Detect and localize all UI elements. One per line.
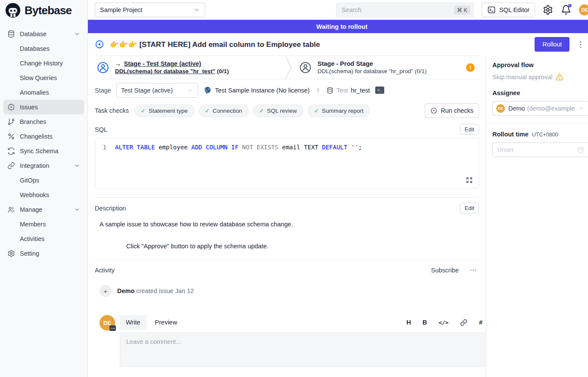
- sidebar-item-label: Webhooks: [20, 192, 49, 198]
- task-checks-row: Task checks ✓ Statement type ✓ Connectio…: [95, 103, 479, 118]
- check-pill-sql-review[interactable]: ✓ SQL review: [253, 105, 303, 117]
- sidebar-item-sync-schema[interactable]: Sync Schema: [3, 144, 84, 158]
- sidebar-item-members[interactable]: Members: [3, 217, 84, 232]
- stage-card-test[interactable]: →Stage - Test Stage (active) DDL(schema)…: [95, 56, 285, 79]
- sql-editor-button[interactable]: SQL Editor: [482, 3, 535, 17]
- assignee-email: (demo@example: [527, 105, 575, 112]
- sql-editor[interactable]: 1ALTER TABLE employee ADD COLUMN IF NOT …: [95, 138, 479, 188]
- rollout-time-label: Rollout time: [492, 131, 529, 138]
- stage-task-link[interactable]: DDL(schema) for database "hr_test": [115, 68, 215, 74]
- sidebar-item-branches[interactable]: Branches: [3, 114, 84, 129]
- search-box[interactable]: ⌘ K: [336, 3, 474, 17]
- check-pill-label: SQL review: [267, 108, 297, 114]
- database-breadcrumb[interactable]: Test hr_test: [327, 87, 370, 94]
- run-checks-button[interactable]: Run checks: [425, 103, 479, 118]
- sql-edit-button[interactable]: Edit: [460, 124, 479, 135]
- sidebar-item-setting[interactable]: Setting: [3, 246, 84, 261]
- sidebar-item-webhooks[interactable]: Webhooks: [3, 188, 84, 202]
- pipeline: →Stage - Test Stage (active) DDL(schema)…: [95, 56, 479, 79]
- divider: [486, 124, 588, 124]
- more-options-icon[interactable]: ···: [470, 267, 477, 274]
- stage-label: Stage: [95, 87, 111, 94]
- link-button[interactable]: [460, 319, 467, 326]
- sidebar-item-label: Anomalies: [20, 89, 49, 96]
- check-pill-label: Connection: [213, 108, 242, 114]
- chevron-down-icon: [193, 6, 200, 13]
- stage-dropdown[interactable]: Test Stage (active): [116, 83, 198, 98]
- check-pill-statement-type[interactable]: ✓ Statement type: [134, 105, 194, 117]
- gear-icon: [7, 250, 15, 257]
- rollout-time-picker[interactable]: Unset: [492, 142, 588, 157]
- sidebar-item-integration[interactable]: Integration: [3, 158, 84, 173]
- sidebar-item-label: Slow Queries: [20, 74, 57, 81]
- comment-input[interactable]: [120, 333, 485, 367]
- sidebar-item-label: Change History: [20, 60, 63, 67]
- comment-avatar: DE: [100, 315, 116, 331]
- active-stage-arrow: →: [115, 60, 121, 67]
- sidebar-item-change-history[interactable]: Change History: [3, 56, 84, 71]
- issue-status-icon: [95, 40, 104, 49]
- sidebar-item-label: Issues: [20, 104, 38, 111]
- run-checks-label: Run checks: [441, 107, 473, 114]
- sidebar-item-database[interactable]: Database: [3, 27, 84, 41]
- stage-title-link[interactable]: Stage - Test Stage (active): [124, 60, 201, 67]
- fullscreen-expand-icon[interactable]: [466, 177, 473, 183]
- project-selector[interactable]: Sample Project: [95, 3, 205, 17]
- git-branch-icon: [7, 118, 15, 126]
- sidebar-item-databases[interactable]: Databases: [3, 41, 84, 56]
- sidebar-item-label: Setting: [20, 250, 39, 257]
- sidebar-item-anomalies[interactable]: Anomalies: [3, 85, 84, 100]
- user-avatar[interactable]: DE: [579, 4, 588, 15]
- stage-card-prod[interactable]: Stage - Prod Stage DDL(schema) for datab…: [293, 56, 479, 79]
- person-circle-icon: [96, 61, 109, 74]
- check-pass-icon: ✓: [259, 108, 264, 114]
- open-in-sql-editor-icon[interactable]: >_: [375, 87, 384, 94]
- description-edit-button[interactable]: Edit: [460, 203, 479, 213]
- bold-button[interactable]: B: [423, 319, 427, 326]
- instance-breadcrumb[interactable]: Test Sample Instance (No license): [203, 86, 310, 95]
- line-number: 1: [95, 143, 115, 151]
- timezone-label: UTC+0800: [532, 132, 558, 138]
- brand-name: Bytebase: [25, 4, 72, 17]
- check-pill-summary-report[interactable]: ✓ Summary report: [308, 105, 370, 117]
- assignee-avatar: DE: [496, 104, 505, 113]
- sql-code-line: 1ALTER TABLE employee ADD COLUMN IF NOT …: [95, 143, 479, 151]
- heading-button[interactable]: H: [406, 319, 411, 326]
- chevron-right-icon: [315, 87, 321, 93]
- search-shortcut-badge: ⌘ K: [454, 6, 470, 15]
- notifications-button[interactable]: [561, 5, 571, 15]
- event-action: created issue: [136, 287, 173, 294]
- hash-button[interactable]: #: [479, 319, 482, 326]
- chevron-down-icon: [74, 207, 80, 213]
- check-pill-label: Statement type: [149, 108, 188, 114]
- brand-logo[interactable]: Bytebase: [0, 0, 87, 21]
- check-pass-icon: ✓: [205, 108, 210, 114]
- assignee-selector[interactable]: DE Demo (demo@example: [492, 101, 588, 116]
- warning-triangle-icon: [556, 73, 563, 81]
- sidebar-item-activities[interactable]: Activities: [3, 232, 84, 246]
- bytebase-logo-icon: [5, 3, 21, 18]
- sidebar-item-issues[interactable]: Issues: [3, 100, 84, 114]
- tab-write[interactable]: Write: [120, 315, 146, 330]
- sidebar-item-slow-queries[interactable]: Slow Queries: [3, 71, 84, 85]
- rollout-button[interactable]: Rollout: [535, 37, 569, 52]
- sidebar-item-changelists[interactable]: Changelists: [3, 129, 84, 144]
- sidebar-item-gitops[interactable]: GitOps: [3, 173, 84, 188]
- code-button[interactable]: </>: [439, 319, 448, 326]
- chevron-down-icon: [74, 31, 80, 37]
- kebab-menu-icon[interactable]: ⋮: [575, 40, 586, 49]
- sidebar-item-label: Members: [20, 221, 46, 228]
- search-input[interactable]: [342, 6, 451, 13]
- assignee-label: Assignee: [492, 90, 588, 96]
- sidebar-item-manage[interactable]: Manage: [3, 202, 84, 217]
- sidebar: Bytebase Database Databases Change Histo…: [0, 0, 88, 377]
- topbar: Sample Project ⌘ K SQL Editor DE: [88, 0, 588, 20]
- activity-label: Activity: [95, 267, 115, 274]
- tab-preview[interactable]: Preview: [149, 315, 184, 330]
- task-checks-label: Task checks: [95, 107, 129, 114]
- subscribe-button[interactable]: Subscribe: [431, 267, 459, 274]
- activity-event: + Demo created issue Jan 12: [95, 285, 479, 297]
- settings-gear-icon[interactable]: [543, 5, 553, 15]
- plus-icon: +: [100, 285, 112, 297]
- check-pill-connection[interactable]: ✓ Connection: [199, 105, 249, 117]
